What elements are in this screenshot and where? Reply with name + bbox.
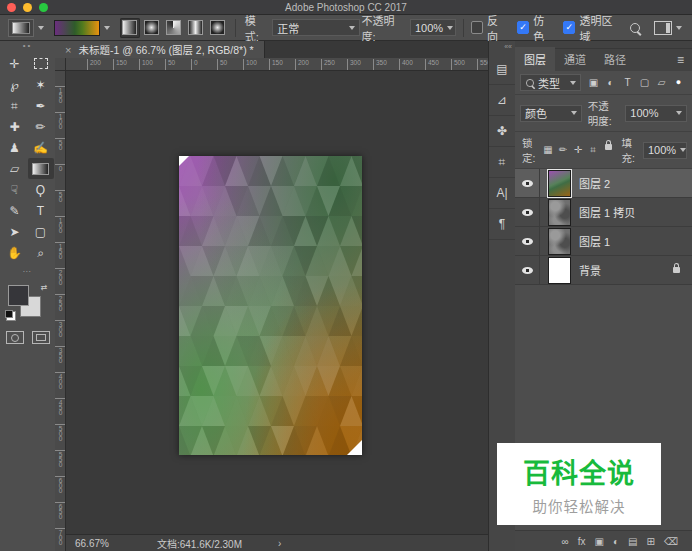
- screen-mode-button[interactable]: [32, 331, 50, 344]
- gradient-preview[interactable]: [54, 20, 99, 36]
- default-colors-icon[interactable]: [6, 311, 16, 321]
- lasso-tool[interactable]: ℘: [2, 74, 28, 95]
- layer-effects-icon[interactable]: fx: [578, 536, 586, 547]
- document-canvas[interactable]: [179, 156, 362, 455]
- lock-paint-icon[interactable]: ✏: [556, 144, 571, 156]
- marquee-tool[interactable]: [28, 53, 54, 74]
- edit-toolbar-button[interactable]: ⋯: [0, 267, 55, 279]
- tool-preset-dropdown[interactable]: [8, 19, 34, 37]
- layer-thumbnail[interactable]: [548, 170, 571, 197]
- libraries-icon[interactable]: ▤: [489, 54, 515, 85]
- lock-transparency-icon[interactable]: ▦: [541, 144, 556, 156]
- move-tool[interactable]: ✛: [2, 53, 28, 74]
- new-layer-icon[interactable]: ⊞: [646, 536, 654, 547]
- diamond-gradient-button[interactable]: [208, 18, 228, 38]
- dodge-tool[interactable]: Ϙ: [28, 179, 54, 200]
- panel-grip[interactable]: ••: [0, 41, 55, 53]
- filter-pixel-icon[interactable]: ▣: [585, 77, 602, 88]
- checkbox-icon[interactable]: [563, 21, 575, 34]
- layer-fill-select[interactable]: 100%: [643, 142, 687, 159]
- delete-layer-icon[interactable]: ⌫: [664, 536, 678, 547]
- visibility-toggle[interactable]: [515, 198, 540, 226]
- chevron-down-icon: [680, 148, 686, 152]
- visibility-toggle[interactable]: [515, 227, 540, 255]
- clone-stamp-tool[interactable]: ♟: [2, 137, 28, 158]
- filter-toggle-icon[interactable]: ●: [670, 77, 687, 88]
- adjustments-icon[interactable]: ⊿: [489, 85, 515, 116]
- radial-gradient-button[interactable]: [142, 18, 162, 38]
- filter-smart-icon[interactable]: ▱: [653, 77, 670, 88]
- workspace-icon[interactable]: [654, 21, 672, 35]
- quick-mask-button[interactable]: [6, 331, 24, 344]
- layer-mask-icon[interactable]: ▣: [595, 536, 604, 547]
- smudge-tool[interactable]: ☟: [2, 179, 28, 200]
- tab-channels[interactable]: 通道: [555, 47, 595, 71]
- angle-gradient-button[interactable]: [164, 18, 184, 38]
- lock-position-icon[interactable]: ✛: [571, 144, 586, 156]
- search-icon[interactable]: [630, 23, 640, 33]
- checkbox-icon[interactable]: [471, 21, 483, 34]
- linear-gradient-button[interactable]: [120, 18, 140, 38]
- close-icon[interactable]: ×: [65, 44, 71, 56]
- crop-tool[interactable]: ⌗: [2, 95, 28, 116]
- layer-filter-select[interactable]: 类型: [520, 74, 581, 91]
- shapes-icon[interactable]: ✤: [489, 116, 515, 147]
- expand-panels-icon[interactable]: ««: [489, 41, 515, 54]
- ruler-origin-corner[interactable]: [55, 58, 66, 71]
- brush-tool[interactable]: ✏: [28, 116, 54, 137]
- swap-colors-icon[interactable]: ⇄: [41, 283, 48, 292]
- checkbox-1[interactable]: 仿色: [517, 12, 553, 44]
- adjustment-layer-icon[interactable]: ◐: [613, 536, 619, 547]
- layer-thumbnail[interactable]: [548, 199, 571, 226]
- magic-wand-tool[interactable]: ✶: [28, 74, 54, 95]
- filter-type-icon[interactable]: T: [619, 77, 636, 88]
- eyedropper-tool[interactable]: ✒: [28, 95, 54, 116]
- zoom-level-field[interactable]: 66.67%: [75, 538, 109, 549]
- lock-artboard-icon[interactable]: ⌗: [586, 144, 601, 156]
- link-layers-icon[interactable]: ∞: [562, 536, 569, 547]
- tab-paths[interactable]: 路径: [595, 47, 635, 71]
- lock-all-icon[interactable]: [601, 144, 616, 156]
- layer-thumbnail[interactable]: [548, 228, 571, 255]
- checkbox-icon[interactable]: [517, 21, 529, 34]
- history-brush-tool[interactable]: ✍: [28, 137, 54, 158]
- layer-row[interactable]: 背景: [515, 256, 692, 285]
- blend-mode-select[interactable]: 正常: [272, 19, 359, 36]
- panel-menu-icon[interactable]: ≡: [669, 53, 692, 71]
- opacity-select[interactable]: 100%: [410, 19, 456, 36]
- paragraph-panel-icon[interactable]: ¶: [489, 209, 515, 240]
- layers-list: 图层 2图层 1 拷贝图层 1背景: [515, 169, 692, 285]
- document-tab[interactable]: × 未标题-1 @ 66.7% (图层 2, RGB/8*) *: [55, 41, 265, 58]
- layer-row[interactable]: 图层 1 拷贝: [515, 198, 692, 227]
- layer-group-icon[interactable]: ▤: [628, 536, 637, 547]
- layer-thumbnail[interactable]: [548, 257, 571, 284]
- checkbox-0[interactable]: 反向: [471, 12, 507, 44]
- eraser-tool[interactable]: ▱: [2, 158, 28, 179]
- shape-tool[interactable]: ▢: [28, 221, 54, 242]
- type-tool[interactable]: T: [28, 200, 54, 221]
- crop-panel-icon[interactable]: ⌗: [489, 147, 515, 178]
- path-select-tool[interactable]: ➤: [2, 221, 28, 242]
- tab-layers[interactable]: 图层: [515, 47, 555, 71]
- layer-row[interactable]: 图层 1: [515, 227, 692, 256]
- filter-adjustment-icon[interactable]: ◐: [602, 77, 619, 88]
- pen-tool[interactable]: ✎: [2, 200, 28, 221]
- visibility-toggle[interactable]: [515, 256, 540, 284]
- foreground-color-swatch[interactable]: [8, 285, 29, 306]
- zoom-tool[interactable]: ⌕: [28, 242, 54, 263]
- healing-brush-tool[interactable]: ✚: [2, 116, 28, 137]
- gradient-tool[interactable]: [28, 158, 54, 179]
- filter-shape-icon[interactable]: ▢: [636, 77, 653, 88]
- horizontal-ruler[interactable]: 2001501005005010015020025030035040045050…: [65, 58, 488, 71]
- visibility-toggle[interactable]: [515, 169, 540, 197]
- layer-blend-mode-select[interactable]: 颜色: [520, 105, 582, 122]
- canvas-area[interactable]: 2001501005005010015020025030035040045050…: [55, 58, 488, 551]
- reflected-gradient-button[interactable]: [186, 18, 206, 38]
- layer-opacity-select[interactable]: 100%: [625, 105, 687, 122]
- character-panel-icon[interactable]: A|: [489, 178, 515, 209]
- hand-tool[interactable]: ✋: [2, 242, 28, 263]
- layer-row[interactable]: 图层 2: [515, 169, 692, 198]
- checkbox-2[interactable]: 透明区域: [563, 12, 620, 44]
- vertical-ruler[interactable]: 1501005005010015020025030035040045050055…: [55, 70, 66, 551]
- status-menu-arrow[interactable]: ›: [278, 538, 281, 549]
